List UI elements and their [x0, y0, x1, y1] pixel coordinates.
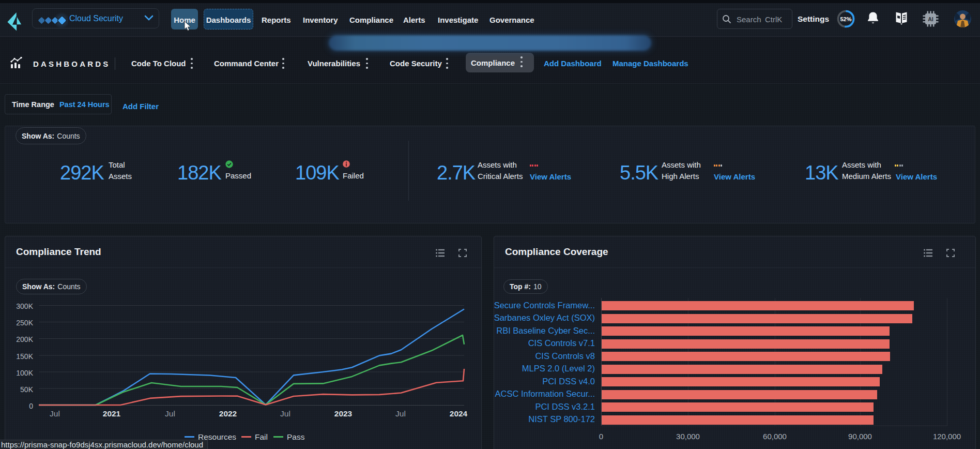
svg-text:AI: AI — [928, 16, 933, 22]
svg-text:52%: 52% — [840, 16, 851, 22]
